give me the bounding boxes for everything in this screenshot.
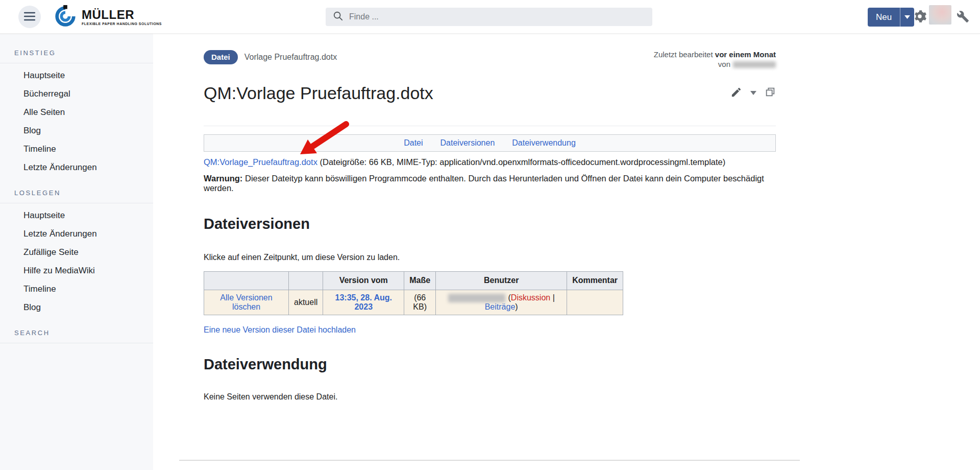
sidebar-item-zufaellige-seite[interactable]: Zufällige Seite (0, 243, 153, 262)
menu-button[interactable] (18, 6, 41, 28)
col-kommentar: Kommentar (567, 271, 623, 290)
table-row: Alle Versionen löschen aktuell 13:35, 28… (204, 290, 623, 315)
warning-text: Dieser Dateityp kann böswilligen Program… (204, 174, 764, 193)
sidebar-item-blog[interactable]: Blog (0, 122, 153, 140)
sidebar-item-letzte-aenderungen-2[interactable]: Letzte Änderungen (0, 225, 153, 243)
breadcrumb-title: Vorlage Pruefauftrag.dotx (244, 53, 337, 62)
current-label: aktuell (294, 298, 317, 307)
delete-all-versions-link[interactable]: Alle Versionen löschen (220, 293, 272, 311)
sidebar-section-search: SEARCH (0, 329, 153, 343)
footer-divider (179, 460, 800, 461)
file-download-link[interactable]: QM:Vorlage_Pruefauftrag.dotx (204, 157, 317, 167)
versions-hint: Klicke auf einen Zeitpunkt, um diese Ver… (204, 253, 776, 262)
file-meta: (Dateigröße: 66 KB, MIME-Typ: applicatio… (320, 157, 725, 167)
sidebar-item-blog-2[interactable]: Blog (0, 298, 153, 317)
gear-icon (913, 17, 927, 25)
sidebar: EINSTIEG Hauptseite Bücherregal Alle Sei… (0, 34, 153, 470)
redacted-username (448, 294, 505, 302)
tab-dateiversionen[interactable]: Dateiversionen (440, 138, 495, 148)
sidebar-item-timeline-2[interactable]: Timeline (0, 280, 153, 298)
paren: ) (515, 302, 518, 311)
tab-datei[interactable]: Datei (404, 138, 423, 148)
warning-label: Warnung: (204, 174, 242, 183)
brand-name: MÜLLER (82, 9, 162, 21)
file-tabs: Datei Dateiversionen Dateiverwendung (204, 134, 776, 152)
wrench-icon (957, 17, 969, 25)
last-edited-prefix: Zuletzt bearbeitet (654, 50, 713, 59)
sidebar-item-timeline[interactable]: Timeline (0, 140, 153, 158)
history-button[interactable] (765, 86, 776, 99)
tab-dateiverwendung[interactable]: Dateiverwendung (512, 138, 576, 148)
user-talk-link[interactable]: Diskussion (511, 293, 550, 302)
sidebar-item-alle-seiten[interactable]: Alle Seiten (0, 103, 153, 122)
sidebar-item-hauptseite[interactable]: Hauptseite (0, 66, 153, 85)
sidebar-section-einstieg: EINSTIEG (0, 49, 153, 63)
breadcrumb: Datei Vorlage Pruefauftrag.dotx Zuletzt … (204, 50, 776, 69)
table-header-row: Version vom Maße Benutzer Kommentar (204, 271, 623, 290)
overlap-windows-icon (765, 86, 776, 99)
col-delete (204, 271, 289, 290)
last-edited-ago: vor einem Monat (715, 50, 776, 59)
new-page-label: Neu (868, 8, 900, 27)
top-bar: MÜLLER FLEXIBLE PAPER HANDLING SOLUTIONS… (0, 0, 980, 34)
col-version-vom: Version vom (323, 271, 404, 290)
sidebar-item-buecherregal[interactable]: Bücherregal (0, 85, 153, 103)
brand-spiral-icon (54, 5, 77, 30)
pencil-icon (730, 86, 742, 100)
main-content: Datei Vorlage Pruefauftrag.dotx Zuletzt … (153, 34, 980, 470)
edit-button[interactable] (730, 86, 742, 100)
namespace-badge[interactable]: Datei (204, 50, 238, 64)
sidebar-item-hauptseite-2[interactable]: Hauptseite (0, 206, 153, 225)
redacted-username (733, 61, 776, 68)
last-edited-info: Zuletzt bearbeitet vor einem Monat von (654, 50, 776, 69)
upload-new-version-link[interactable]: Eine neue Version dieser Datei hochladen (204, 325, 356, 334)
col-benutzer: Benutzer (436, 271, 567, 290)
usage-heading: Dateiverwendung (204, 356, 776, 373)
avatar[interactable] (929, 5, 951, 25)
search-bar[interactable] (326, 8, 652, 26)
settings-button[interactable] (913, 9, 927, 25)
col-current (289, 271, 323, 290)
sidebar-item-letzte-aenderungen[interactable]: Letzte Änderungen (0, 158, 153, 177)
edit-menu-button[interactable] (750, 89, 756, 97)
search-input[interactable] (349, 12, 645, 21)
sidebar-item-hilfe-mediawiki[interactable]: Hilfe zu MediaWiki (0, 262, 153, 280)
pipe-separator: | (553, 293, 555, 302)
new-page-button[interactable]: Neu (868, 8, 914, 27)
file-versions-table: Version vom Maße Benutzer Kommentar Alle… (204, 271, 623, 315)
user-contribs-link[interactable]: Beiträge (485, 302, 516, 311)
usage-empty-text: Keine Seiten verwenden diese Datei. (204, 392, 776, 402)
brand-logo[interactable]: MÜLLER FLEXIBLE PAPER HANDLING SOLUTIONS (54, 5, 162, 30)
last-edited-by: von (718, 60, 730, 68)
title-divider (204, 126, 776, 126)
file-info-line: QM:Vorlage_Pruefauftrag.dotx (Dateigröße… (204, 157, 776, 167)
page-title: QM:Vorlage Pruefauftrag.dotx (204, 83, 433, 103)
tools-button[interactable] (957, 10, 969, 25)
search-icon (333, 11, 343, 23)
file-size: (66 KB) (413, 293, 427, 311)
sidebar-section-loslegen: LOSLEGEN (0, 189, 153, 203)
hamburger-icon (24, 12, 35, 22)
version-date-link[interactable]: 13:35, 28. Aug. 2023 (335, 293, 392, 311)
versions-heading: Dateiversionen (204, 216, 776, 232)
file-warning: Warnung: Dieser Dateityp kann böswillige… (204, 174, 776, 193)
brand-tagline: FLEXIBLE PAPER HANDLING SOLUTIONS (82, 22, 162, 26)
caret-down-icon (750, 89, 756, 97)
col-masse: Maße (404, 271, 436, 290)
